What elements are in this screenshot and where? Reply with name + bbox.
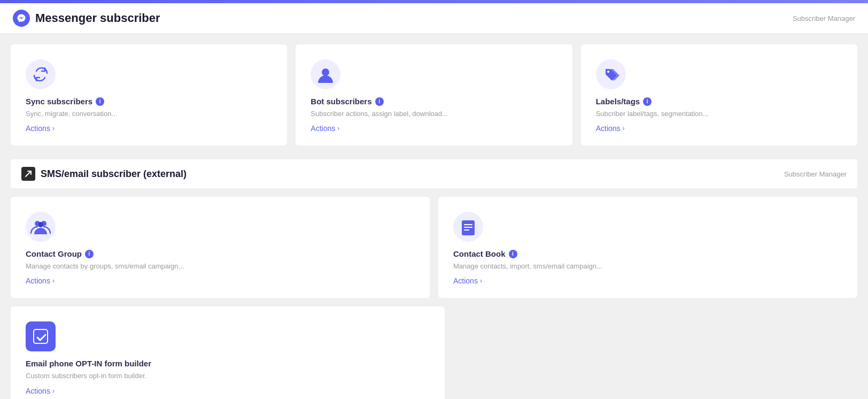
- messenger-subtitle: Subscriber Manager: [793, 14, 855, 22]
- optin-form-card: Email phone OPT-IN form builder Custom s…: [11, 306, 445, 399]
- contact-group-desc: Manage contacts by groups, sms/email cam…: [26, 262, 415, 271]
- contact-book-title: Contact Book i: [453, 249, 842, 258]
- sync-chevron-icon: ›: [52, 125, 55, 132]
- bot-actions-button[interactable]: Actions ›: [311, 124, 557, 133]
- sync-icon: [26, 59, 272, 91]
- messenger-cards-row: Sync subscribers i Sync, migrate, conver…: [11, 44, 857, 145]
- svg-rect-14: [26, 321, 56, 351]
- labels-actions-button[interactable]: Actions ›: [596, 124, 842, 133]
- sms-icon: [21, 167, 35, 181]
- optin-form-actions-button[interactable]: Actions ›: [26, 387, 430, 395]
- contact-group-actions-button[interactable]: Actions ›: [26, 277, 415, 285]
- bot-subscribers-card: Bot subscribers i Subscriber actions, as…: [296, 44, 572, 145]
- sync-subscribers-title: Sync subscribers i: [26, 97, 272, 106]
- optin-chevron-icon: ›: [52, 387, 55, 395]
- messenger-title: Messenger subscriber: [13, 10, 160, 27]
- messenger-section: Sync subscribers i Sync, migrate, conver…: [0, 34, 868, 159]
- contact-book-info-icon[interactable]: i: [509, 250, 517, 258]
- tag-icon: [596, 59, 842, 91]
- optin-form-desc: Custom subscribers opt-in form builder.: [26, 371, 430, 381]
- sms-cards-row1: Contact Group i Manage contacts by group…: [11, 197, 857, 298]
- labels-tags-desc: Subcriber label/tags, segmentation...: [596, 109, 842, 119]
- contact-book-actions-button[interactable]: Actions ›: [453, 277, 842, 285]
- contact-group-card: Contact Group i Manage contacts by group…: [11, 197, 430, 298]
- person-icon: [311, 59, 557, 91]
- sms-subtitle: Subscriber Manager: [784, 170, 847, 178]
- optin-form-title: Email phone OPT-IN form builder: [26, 359, 430, 368]
- contact-book-chevron-icon: ›: [480, 277, 482, 285]
- contact-book-card: Contact Book i Manage contacts, import, …: [438, 197, 857, 298]
- sms-section-header: SMS/email subscriber (external) Subscrib…: [11, 159, 857, 188]
- sync-subscribers-card: Sync subscribers i Sync, migrate, conver…: [11, 44, 287, 145]
- contact-book-desc: Manage contacts, import, sms/email campa…: [453, 262, 842, 271]
- messenger-icon: [13, 10, 30, 27]
- labels-info-icon[interactable]: i: [643, 97, 652, 106]
- labels-chevron-icon: ›: [623, 125, 625, 132]
- bot-subscribers-desc: Subscriber actions, assign label, downlo…: [311, 109, 557, 119]
- labels-tags-title: Labels/tags i: [596, 97, 842, 106]
- form-icon: [26, 321, 430, 354]
- contact-group-info-icon[interactable]: i: [85, 250, 94, 258]
- bot-info-icon[interactable]: i: [375, 97, 384, 106]
- svg-point-2: [322, 68, 329, 76]
- bot-chevron-icon: ›: [337, 125, 339, 132]
- sms-title: SMS/email subscriber (external): [21, 167, 187, 181]
- sms-section: Contact Group i Manage contacts by group…: [0, 197, 868, 399]
- group-icon: [26, 212, 415, 244]
- contact-group-chevron-icon: ›: [52, 277, 55, 285]
- empty-card-placeholder: [453, 306, 857, 399]
- labels-tags-card: Labels/tags i Subcriber label/tags, segm…: [581, 44, 857, 145]
- sync-subscribers-desc: Sync, migrate, conversation...: [26, 109, 272, 119]
- contact-group-title: Contact Group i: [26, 249, 415, 258]
- sync-actions-button[interactable]: Actions ›: [26, 124, 272, 133]
- svg-point-0: [26, 59, 56, 89]
- messenger-header: Messenger subscriber Subscriber Manager: [0, 3, 868, 34]
- book-icon: [453, 212, 842, 244]
- svg-point-4: [607, 71, 609, 73]
- sms-cards-row2: Email phone OPT-IN form builder Custom s…: [11, 306, 857, 399]
- sync-info-icon[interactable]: i: [96, 97, 104, 106]
- bot-subscribers-title: Bot subscribers i: [311, 97, 557, 106]
- svg-point-8: [38, 222, 43, 227]
